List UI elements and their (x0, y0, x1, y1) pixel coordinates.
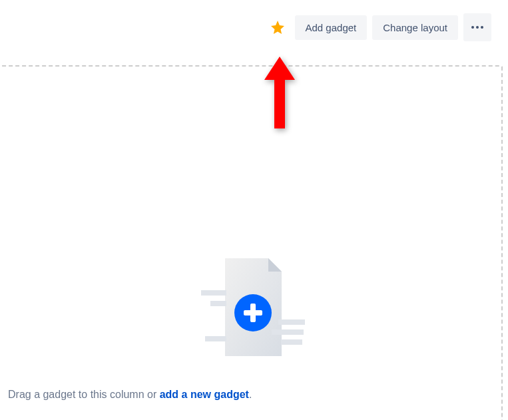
hint-prefix-text: Drag a gadget to this column or (8, 389, 160, 400)
svg-rect-5 (205, 336, 226, 341)
star-button[interactable] (266, 15, 290, 39)
change-layout-button[interactable]: Change layout (372, 15, 458, 40)
empty-state-hint: Drag a gadget to this column or add a ne… (8, 389, 495, 401)
add-gadget-button[interactable]: Add gadget (295, 15, 368, 40)
toolbar: Add gadget Change layout (0, 0, 508, 55)
more-actions-button[interactable] (463, 13, 491, 41)
column-dropzone[interactable]: Drag a gadget to this column or add a ne… (0, 65, 503, 420)
star-icon (270, 19, 286, 35)
svg-point-1 (476, 26, 479, 29)
svg-point-2 (481, 26, 483, 29)
svg-point-0 (471, 26, 474, 29)
svg-rect-3 (201, 290, 226, 296)
more-horizontal-icon (471, 26, 484, 29)
svg-rect-11 (244, 310, 262, 315)
hint-suffix-text: . (249, 389, 252, 400)
svg-rect-7 (272, 329, 304, 335)
svg-rect-8 (281, 339, 302, 345)
add-new-gadget-link[interactable]: add a new gadget (160, 389, 249, 400)
svg-rect-4 (210, 301, 226, 306)
empty-state-illustration (8, 253, 495, 366)
svg-rect-6 (278, 319, 305, 325)
